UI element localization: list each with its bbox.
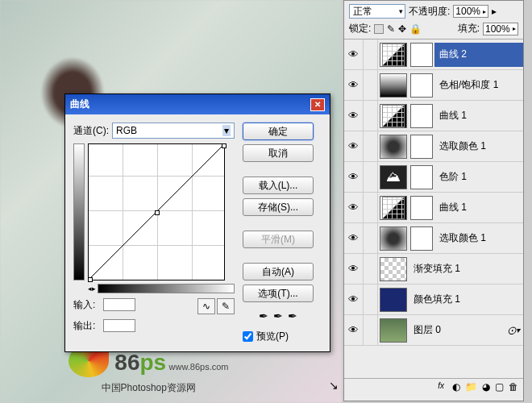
link-slot[interactable] (364, 285, 378, 314)
new-layer-icon[interactable]: ▢ (495, 381, 504, 393)
layer-name[interactable]: 曲线 1 (434, 104, 523, 128)
layer-name[interactable]: 色相/饱和度 1 (434, 73, 523, 98)
layer-mask-thumbnail[interactable] (410, 73, 433, 98)
visibility-eye-icon[interactable]: 👁 (344, 254, 364, 284)
layer-row[interactable]: 👁色阶 1 (344, 162, 523, 193)
layer-row[interactable]: 👁曲线 2 (344, 39, 523, 70)
opacity-input[interactable]: 100% (453, 5, 488, 18)
layer-row[interactable]: 👁渐变填充 1 (344, 254, 523, 285)
visibility-eye-icon[interactable]: 👁 (344, 39, 364, 69)
ok-button[interactable]: 确定 (243, 123, 314, 140)
layer-name[interactable]: 选取颜色 1 (434, 226, 523, 251)
pencil-mode-button[interactable]: ✎ (217, 298, 235, 314)
fx-badge[interactable]: ⨀▾ (508, 326, 520, 334)
lock-brush-icon[interactable]: ✎ (387, 23, 395, 35)
output-field[interactable] (103, 319, 135, 332)
layer-thumbnail[interactable] (380, 104, 407, 128)
dialog-titlebar[interactable]: 曲线 ✕ (65, 94, 330, 114)
layer-mask-thumbnail[interactable] (410, 43, 433, 67)
visibility-eye-icon[interactable]: 👁 (344, 70, 364, 100)
layer-thumbnail[interactable] (380, 226, 407, 251)
black-eyedropper-icon[interactable]: ✒ (259, 310, 268, 322)
delete-layer-icon[interactable]: 🗑 (509, 381, 518, 393)
layer-row[interactable]: 👁曲线 1 (344, 193, 523, 223)
layer-name[interactable]: 曲线 1 (434, 196, 523, 220)
lock-move-icon[interactable]: ✥ (398, 23, 406, 35)
lock-all-icon[interactable]: 🔒 (409, 23, 422, 35)
layer-thumbnail[interactable] (380, 135, 407, 159)
layer-thumbnail[interactable] (380, 73, 407, 98)
layer-thumbnail[interactable] (380, 288, 407, 312)
link-slot[interactable] (364, 193, 378, 222)
fill-input[interactable]: 100% (483, 23, 518, 35)
layer-name[interactable]: 颜色填充 1 (409, 288, 523, 312)
layer-mask-thumbnail[interactable] (410, 135, 433, 159)
layer-name[interactable]: 曲线 2 (434, 43, 523, 67)
visibility-eye-icon[interactable]: 👁 (344, 131, 364, 161)
curve-mode-button[interactable]: ∿ (197, 298, 215, 314)
layer-mask-thumbnail[interactable] (410, 196, 433, 220)
visibility-eye-icon[interactable]: 👁 (344, 101, 364, 131)
layer-name[interactable]: 色阶 1 (434, 165, 523, 189)
preview-checkbox[interactable]: 预览(P) (243, 330, 314, 343)
visibility-eye-icon[interactable]: 👁 (344, 162, 364, 192)
link-slot[interactable] (364, 223, 378, 253)
adjustment-layer-icon[interactable]: ◕ (482, 381, 490, 393)
close-icon[interactable]: ✕ (310, 98, 325, 111)
curve-point[interactable] (155, 210, 160, 215)
layers-panel: 正常 不透明度: 100% ▸ 锁定: ✎ ✥ 🔒 填充: 100% 👁曲线 2… (343, 0, 524, 401)
layer-thumbnail[interactable] (380, 257, 407, 281)
layer-row[interactable]: 👁曲线 1 (344, 101, 523, 131)
input-label: 输入: (73, 298, 95, 314)
visibility-eye-icon[interactable]: 👁 (344, 315, 364, 345)
link-slot[interactable] (364, 39, 378, 69)
visibility-eye-icon[interactable]: 👁 (344, 285, 364, 314)
layer-row[interactable]: 👁颜色填充 1 (344, 285, 523, 315)
options-button[interactable]: 选项(T)... (243, 285, 314, 302)
blend-mode-select[interactable]: 正常 (349, 4, 405, 19)
new-group-icon[interactable]: 📁 (465, 381, 477, 393)
curve-grid[interactable] (88, 143, 225, 280)
document-resize-icon[interactable]: ↘ (329, 379, 339, 392)
link-slot[interactable] (364, 254, 378, 284)
layer-row[interactable]: 👁图层 0⨀▾ (344, 315, 523, 346)
layer-mask-icon[interactable]: ◐ (452, 381, 460, 393)
layer-mask-thumbnail[interactable] (410, 226, 433, 251)
layer-thumbnail[interactable] (380, 165, 407, 189)
fx-icon[interactable]: fx (438, 381, 444, 393)
link-slot[interactable] (364, 131, 378, 161)
input-field[interactable] (103, 298, 135, 311)
load-button[interactable]: 载入(L)... (243, 177, 314, 194)
lock-label: 锁定: (349, 22, 371, 35)
layer-name[interactable]: 图层 0 (409, 318, 508, 343)
panel-menu-icon[interactable]: ▸ (492, 6, 497, 17)
layer-name[interactable]: 选取颜色 1 (434, 135, 523, 159)
curves-dialog: 曲线 ✕ 通道(C): RGB ◂▸ (64, 93, 330, 352)
curve-point[interactable] (88, 277, 93, 282)
gray-eyedropper-icon[interactable]: ✒ (273, 310, 283, 322)
visibility-eye-icon[interactable]: 👁 (344, 193, 364, 222)
layer-thumbnail[interactable] (380, 43, 407, 67)
layer-row[interactable]: 👁选取颜色 1 (344, 223, 523, 254)
channel-select[interactable]: RGB (112, 123, 235, 139)
auto-button[interactable]: 自动(A) (243, 263, 314, 280)
layer-thumbnail[interactable] (380, 318, 407, 343)
opacity-label: 不透明度: (409, 5, 450, 19)
link-slot[interactable] (364, 101, 378, 131)
layer-row[interactable]: 👁选取颜色 1 (344, 131, 523, 162)
cancel-button[interactable]: 取消 (243, 144, 314, 162)
layer-mask-thumbnail[interactable] (410, 165, 433, 189)
gradient-toggle-icon[interactable]: ◂▸ (88, 285, 96, 293)
link-slot[interactable] (364, 315, 378, 345)
link-slot[interactable] (364, 162, 378, 192)
link-slot[interactable] (364, 70, 378, 100)
lock-transparency-icon[interactable] (374, 24, 384, 34)
layer-mask-thumbnail[interactable] (410, 104, 433, 128)
curve-point[interactable] (222, 143, 227, 148)
layer-name[interactable]: 渐变填充 1 (409, 257, 523, 281)
white-eyedropper-icon[interactable]: ✒ (288, 310, 297, 322)
layer-thumbnail[interactable] (380, 196, 407, 220)
layer-row[interactable]: 👁色相/饱和度 1 (344, 70, 523, 101)
save-button[interactable]: 存储(S)... (243, 198, 314, 216)
visibility-eye-icon[interactable]: 👁 (344, 223, 364, 253)
